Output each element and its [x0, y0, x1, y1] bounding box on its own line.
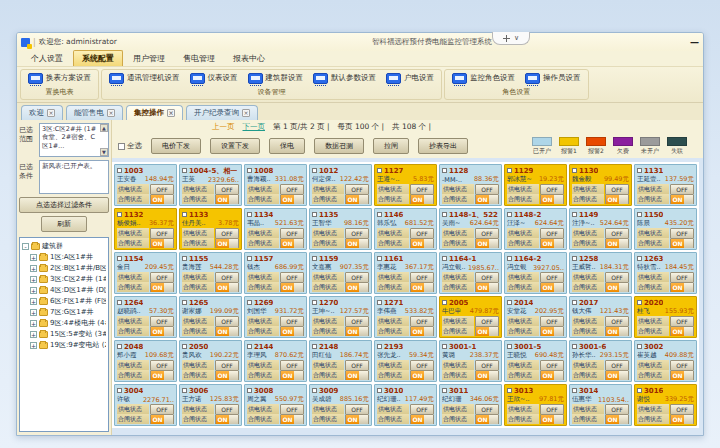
card-checkbox[interactable]	[377, 344, 382, 349]
breaker-button-group[interactable]: ON	[150, 282, 174, 292]
toolbar-button[interactable]: 设置下发	[210, 138, 260, 154]
document-tab[interactable]: 集控操作 ×	[126, 105, 183, 120]
breaker-button-group[interactable]: ON	[410, 194, 434, 204]
card-checkbox[interactable]	[117, 300, 122, 305]
document-tab[interactable]: 能管售电 ×	[66, 105, 123, 120]
menu-item[interactable]: 用户管理	[125, 51, 173, 66]
card-checkbox[interactable]	[312, 256, 317, 261]
card-checkbox[interactable]	[377, 256, 382, 261]
menu-item[interactable]: 报表中心	[225, 51, 273, 66]
meter-card[interactable]: 3011 纪幻珊 346.06元 供电状态 OFF 合闸状态 ON	[439, 384, 502, 426]
supply-off-button[interactable]: OFF	[345, 404, 369, 414]
prev-page-link[interactable]: 上一页	[212, 122, 235, 132]
breaker-on-button[interactable]: ON	[606, 283, 619, 292]
toolbar-button[interactable]: 保电	[269, 138, 305, 154]
breaker-button-group[interactable]: ON	[475, 370, 499, 380]
breaker-on-button[interactable]: ON	[281, 415, 294, 424]
breaker-button-group[interactable]: ON	[475, 194, 499, 204]
breaker-on-button[interactable]: ON	[606, 371, 619, 380]
meter-card[interactable]: 1269 刘国华 931.72元 供电状态 OFF 合闸状态 ON	[244, 296, 307, 338]
meter-card[interactable]: 1003 王安春 148.94元 供电状态 OFF 合闸状态 ON	[114, 164, 177, 206]
scroll-down-icon[interactable]: ▼	[100, 148, 108, 156]
breaker-on-button[interactable]: ON	[346, 415, 359, 424]
breaker-button-group[interactable]: ON	[345, 414, 369, 424]
next-page-link[interactable]: 下一页	[243, 122, 266, 132]
card-checkbox[interactable]	[117, 168, 122, 173]
card-checkbox[interactable]	[117, 388, 122, 393]
breaker-on-button[interactable]: ON	[216, 195, 229, 204]
card-checkbox[interactable]	[182, 212, 187, 217]
supply-off-button[interactable]: OFF	[475, 404, 499, 414]
breaker-button-group[interactable]: ON	[150, 194, 174, 204]
breaker-button-group[interactable]: ON	[670, 414, 694, 424]
breaker-on-button[interactable]: ON	[346, 327, 359, 336]
meter-card[interactable]: 1159 文嘉惠 907.35元 供电状态 OFF 合闸状态 ON	[309, 252, 372, 294]
meter-card[interactable]: 1155 贵海莲 544.28元 供电状态 OFF 合闸状态 ON	[179, 252, 242, 294]
meter-card[interactable]: 3004 许敏 2276.71.. 供电状态 OFF 合闸状态 ON	[114, 384, 177, 426]
breaker-button-group[interactable]: ON	[280, 414, 304, 424]
tree-item[interactable]: + 7区:G区1#井	[22, 307, 106, 317]
breaker-on-button[interactable]: ON	[216, 415, 229, 424]
tree-item[interactable]: + 3区:C区2#井 (1#食…	[22, 274, 106, 284]
supply-off-button[interactable]: OFF	[670, 228, 694, 238]
collapse-expander-icon[interactable]: -	[22, 243, 29, 250]
meter-card[interactable]: 2005 牛巴申 479.87元 供电状态 OFF 合闸状态 ON	[439, 296, 502, 338]
ribbon-button[interactable]: 默认参数设置	[309, 71, 380, 86]
card-checkbox[interactable]	[637, 256, 642, 261]
card-checkbox[interactable]	[637, 300, 642, 305]
breaker-on-button[interactable]: ON	[346, 195, 359, 204]
card-checkbox[interactable]	[312, 168, 317, 173]
supply-off-button[interactable]: OFF	[280, 272, 304, 282]
breaker-button-group[interactable]: ON	[475, 326, 499, 336]
supply-off-button[interactable]: OFF	[345, 228, 369, 238]
breaker-on-button[interactable]: ON	[151, 195, 164, 204]
breaker-on-button[interactable]: ON	[216, 327, 229, 336]
supply-off-button[interactable]: OFF	[475, 228, 499, 238]
tree-item[interactable]: + 15区:5#变站 (3#变…	[22, 329, 106, 339]
supply-off-button[interactable]: OFF	[280, 228, 304, 238]
breaker-on-button[interactable]: ON	[476, 239, 489, 248]
supply-off-button[interactable]: OFF	[670, 404, 694, 414]
supply-off-button[interactable]: OFF	[605, 316, 629, 326]
meter-card[interactable]: 1264 赵晓鹃.. 57.30元 供电状态 OFF 合闸状态 ON	[114, 296, 177, 338]
supply-off-button[interactable]: OFF	[280, 184, 304, 194]
meter-card[interactable]: 1150 陈晨 435.20元 供电状态 OFF 合闸状态 ON	[634, 208, 697, 250]
breaker-button-group[interactable]: ON	[540, 370, 564, 380]
meter-card[interactable]: 1131 王延壹.. 137.59元 供电状态 OFF 合闸状态 ON	[634, 164, 697, 206]
card-checkbox[interactable]	[442, 168, 447, 173]
supply-off-button[interactable]: OFF	[540, 360, 564, 370]
card-checkbox[interactable]	[507, 300, 512, 305]
card-checkbox[interactable]	[182, 344, 187, 349]
meter-card[interactable]: 1133 佳丹美.. 3.78元 供电状态 OFF 合闸状态 ON	[179, 208, 242, 250]
menu-item[interactable]: 个人设置	[23, 51, 71, 66]
supply-off-button[interactable]: OFF	[605, 272, 629, 282]
card-checkbox[interactable]	[442, 300, 447, 305]
ribbon-button[interactable]: 操作员设置	[521, 71, 585, 86]
supply-off-button[interactable]: OFF	[215, 228, 239, 238]
meter-card[interactable]: 2148 田红仙 186.74元 供电状态 OFF 合闸状态 ON	[309, 340, 372, 382]
breaker-button-group[interactable]: ON	[605, 414, 629, 424]
meter-card[interactable]: 2144 李理风 870.62元 供电状态 OFF 合闸状态 ON	[244, 340, 307, 382]
meter-card[interactable]: 1265 谢家娜 199.09元 供电状态 OFF 合闸状态 ON	[179, 296, 242, 338]
breaker-button-group[interactable]: ON	[345, 326, 369, 336]
supply-off-button[interactable]: OFF	[540, 272, 564, 282]
breaker-on-button[interactable]: ON	[346, 239, 359, 248]
breaker-button-group[interactable]: ON	[410, 282, 434, 292]
meter-card[interactable]: 1132 杨俊娟.. 36.37元 供电状态 OFF 合闸状态 ON	[114, 208, 177, 250]
breaker-on-button[interactable]: ON	[541, 415, 554, 424]
supply-off-button[interactable]: OFF	[215, 316, 239, 326]
card-checkbox[interactable]	[377, 212, 382, 217]
card-checkbox[interactable]	[637, 168, 642, 173]
breaker-on-button[interactable]: ON	[541, 327, 554, 336]
breaker-on-button[interactable]: ON	[476, 283, 489, 292]
supply-off-button[interactable]: OFF	[345, 360, 369, 370]
meter-card[interactable]: 3014 伍惠华 1103.54.. 供电状态 OFF 合闸状态 ON	[569, 384, 632, 426]
breaker-on-button[interactable]: ON	[346, 371, 359, 380]
breaker-button-group[interactable]: ON	[215, 414, 239, 424]
select-all-checkbox[interactable]	[118, 143, 125, 150]
supply-off-button[interactable]: OFF	[345, 316, 369, 326]
card-checkbox[interactable]	[247, 256, 252, 261]
collapse-ribbon-icon[interactable]: ∨	[514, 34, 519, 42]
card-checkbox[interactable]	[637, 212, 642, 217]
supply-off-button[interactable]: OFF	[410, 404, 434, 414]
